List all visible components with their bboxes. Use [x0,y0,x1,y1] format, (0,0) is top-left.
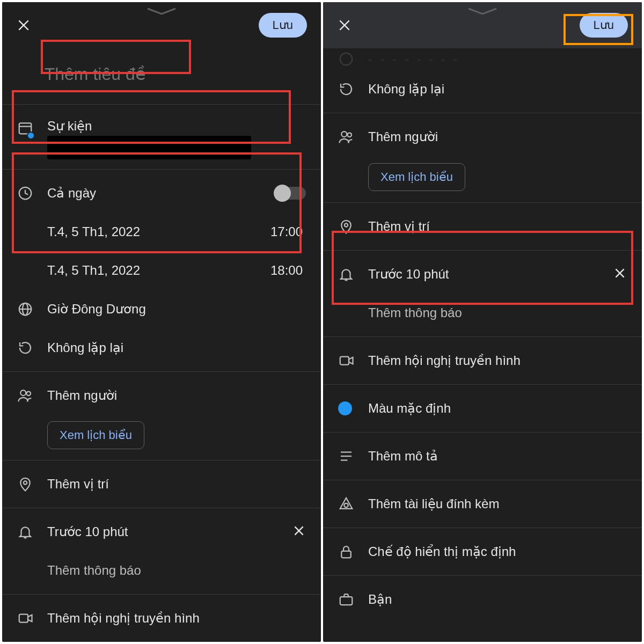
people-icon [338,129,354,145]
add-location-row[interactable]: Thêm vị trí [47,477,109,492]
clock-icon [17,185,33,201]
repeat-row[interactable]: Không lặp lại [368,82,444,97]
location-icon [338,218,354,235]
remove-notification-button[interactable] [613,266,627,282]
view-schedule-button[interactable]: Xem lịch biểu [368,163,465,191]
close-button[interactable] [337,18,352,33]
bell-icon [338,266,354,282]
start-time[interactable]: 17:00 [270,224,306,239]
svg-point-31 [344,503,348,508]
calendar-name-redacted [47,136,251,159]
repeat-row[interactable]: Không lặp lại [47,340,123,355]
svg-point-10 [24,481,27,484]
add-video-row[interactable]: Thêm hội nghị truyền hình [368,353,521,368]
add-description-row[interactable]: Thêm mô tả [368,449,438,464]
notification-row[interactable]: Trước 10 phút [368,267,449,282]
end-date[interactable]: T.4, 5 Th1, 2022 [47,263,140,278]
add-video-row[interactable]: Thêm hội nghị truyền hình [47,611,200,626]
video-icon [338,353,354,369]
description-icon [338,448,354,464]
lock-icon [338,544,354,560]
video-icon [17,610,33,626]
start-date[interactable]: T.4, 5 Th1, 2022 [47,224,140,239]
header-bar: Lưu [323,2,642,48]
people-icon [17,387,33,404]
repeat-icon [17,340,33,356]
event-editor-screen-2: Lưu - - - - - - - - Không lặp lại Thêm n… [323,2,642,642]
allday-toggle[interactable] [275,187,306,200]
add-attachment-row[interactable]: Thêm tài liệu đính kèm [368,496,499,511]
save-button[interactable]: Lưu [259,13,307,38]
notification-row[interactable]: Trước 10 phút [47,524,128,539]
svg-point-18 [340,53,353,65]
availability-row[interactable]: Bận [368,592,392,607]
title-input[interactable] [45,53,306,96]
globe-icon [338,51,354,67]
location-icon [17,476,33,492]
content-scroll[interactable]: - - - - - - - - Không lặp lại Thêm người… [323,48,642,642]
end-time[interactable]: 18:00 [270,263,306,278]
close-button[interactable] [16,18,31,33]
view-schedule-button[interactable]: Xem lịch biểu [47,421,144,449]
svg-rect-25 [340,357,349,365]
visibility-row[interactable]: Chế độ hiển thị mặc định [368,544,516,559]
event-type-label[interactable]: Sự kiện [47,119,306,134]
svg-point-19 [341,131,347,137]
drag-handle-icon [145,6,178,13]
svg-point-8 [20,390,26,396]
remove-notification-button[interactable] [292,524,306,540]
default-color-row[interactable]: Màu mặc định [368,401,451,416]
repeat-icon [338,81,354,97]
timezone-row[interactable]: Giờ Đông Dương [47,302,146,317]
add-notification-row[interactable]: Thêm thông báo [47,563,141,578]
allday-label: Cả ngày [47,186,96,201]
add-location-row[interactable]: Thêm vị trí [368,219,430,234]
color-swatch-icon [338,401,352,415]
attachment-icon [338,496,354,512]
drag-handle-icon [466,6,499,13]
event-editor-screen-1: Lưu Sự kiện Cả ngày [2,2,321,642]
add-people-row[interactable]: Thêm người [47,388,117,403]
add-people-row[interactable]: Thêm người [368,129,438,144]
header-bar: Lưu [2,2,321,48]
add-notification-row[interactable]: Thêm thông báo [368,305,462,320]
svg-rect-33 [340,597,353,605]
calendar-icon [17,120,33,138]
globe-icon [17,301,33,317]
svg-rect-32 [341,551,351,558]
svg-point-9 [27,392,31,396]
briefcase-icon [338,591,354,608]
save-button[interactable]: Lưu [580,13,628,38]
svg-point-20 [348,133,352,137]
content-scroll[interactable]: Sự kiện Cả ngày T.4, 5 Th1, 2022 17:00 T… [2,48,321,642]
svg-rect-2 [19,123,32,134]
svg-rect-14 [19,614,28,623]
bell-icon [17,524,33,540]
svg-point-21 [345,223,348,226]
